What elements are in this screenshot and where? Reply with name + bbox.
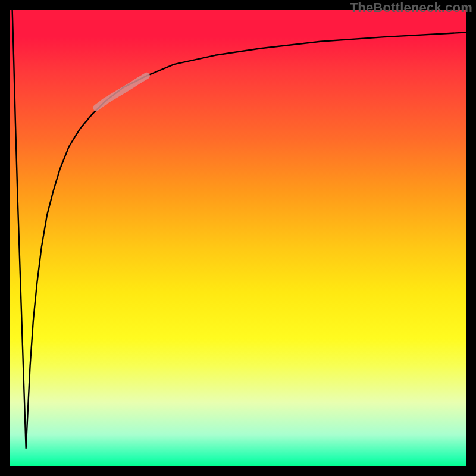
chart-frame: TheBottleneck.com [0, 0, 476, 476]
watermark-text: TheBottleneck.com [350, 0, 472, 15]
curve-highlight-segment [96, 76, 146, 108]
plot-area [10, 10, 466, 466]
curve-layer [10, 10, 466, 466]
bottleneck-curve [12, 10, 466, 448]
